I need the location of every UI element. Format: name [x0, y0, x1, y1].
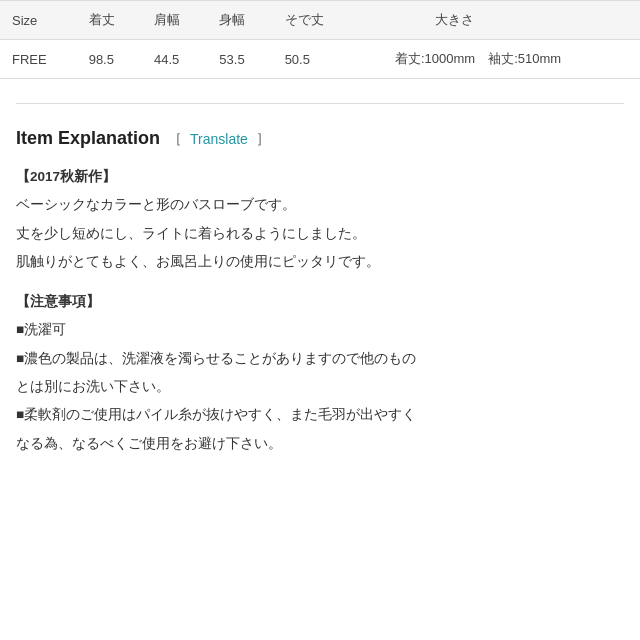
- col-kita: 着丈: [77, 1, 142, 40]
- note2-line1: ■濃色の製品は、洗濯液を濁らせることがありますので他のもの: [16, 347, 624, 371]
- bracket-close: ］: [256, 130, 270, 148]
- cell-kata: 44.5: [142, 40, 207, 79]
- note3-line2: なる為、なるべくご使用をお避け下さい。: [16, 432, 624, 456]
- col-size: Size: [0, 1, 77, 40]
- section-title-text: Item Explanation: [16, 128, 160, 149]
- item-explanation-section: Item Explanation ［Translate］ 【2017秋新作】 ベ…: [0, 128, 640, 456]
- note3-line1: ■柔軟剤のご使用はパイル糸が抜けやすく、また毛羽が出やすく: [16, 403, 624, 427]
- col-sode: そで丈: [273, 1, 355, 40]
- note1: ■洗濯可: [16, 318, 624, 342]
- desc-line3: 肌触りがとてもよく、お風呂上りの使用にピッタリです。: [16, 250, 624, 274]
- highlight-label: 【2017秋新作】: [16, 165, 624, 189]
- section-divider: [16, 103, 624, 104]
- note2-line2: とは別にお洗い下さい。: [16, 375, 624, 399]
- cell-mi: 53.5: [207, 40, 272, 79]
- desc-line1: ベーシックなカラーと形のバスローブです。: [16, 193, 624, 217]
- desc-line2: 丈を少し短めにし、ライトに着られるようにしました。: [16, 222, 624, 246]
- bracket-open: ［: [168, 130, 182, 148]
- size-table: Size 着丈 肩幅 身幅 そで丈 大きさ FREE 98.5 44.5 53.…: [0, 0, 640, 79]
- cell-sode: 50.5: [273, 40, 355, 79]
- cell-kita: 98.5: [77, 40, 142, 79]
- col-mi: 身幅: [207, 1, 272, 40]
- notes-title: 【注意事項】: [16, 290, 624, 314]
- description-block: 【2017秋新作】 ベーシックなカラーと形のバスローブです。 丈を少し短めにし、…: [16, 165, 624, 456]
- cell-okisa: 着丈:1000mm 袖丈:510mm: [355, 40, 640, 79]
- section-title-container: Item Explanation ［Translate］: [16, 128, 624, 149]
- col-kata: 肩幅: [142, 1, 207, 40]
- translate-link[interactable]: Translate: [190, 131, 248, 147]
- cell-size: FREE: [0, 40, 77, 79]
- col-okisa: 大きさ: [355, 1, 640, 40]
- table-row: FREE 98.5 44.5 53.5 50.5 着丈:1000mm 袖丈:51…: [0, 40, 640, 79]
